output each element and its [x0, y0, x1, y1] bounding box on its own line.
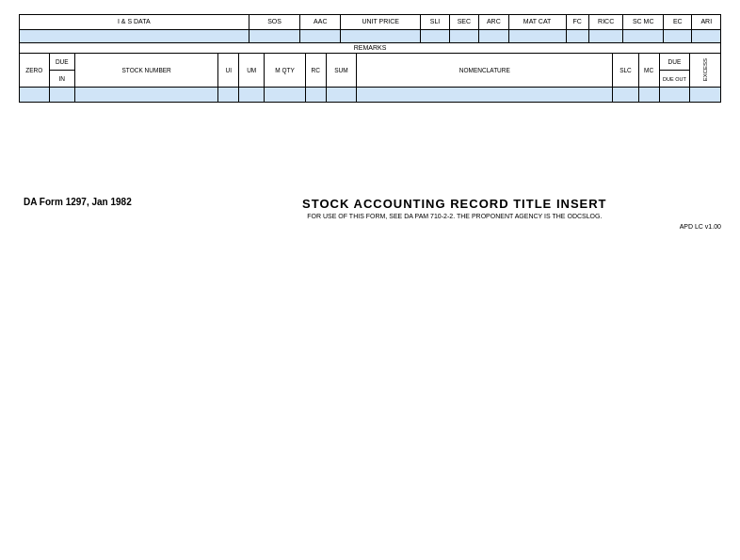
due-header: DUE: [49, 54, 74, 71]
form-title-sub: FOR USE OF THIS FORM, SEE DA PAM 710-2-2…: [188, 213, 721, 219]
sum-cell: [326, 88, 357, 103]
um-header: UM: [239, 54, 265, 88]
zero-cell: [20, 88, 50, 103]
footer-section: DA Form 1297, Jan 1982 STOCK ACCOUNTING …: [19, 197, 721, 230]
form-table: I & S DATA SOS AAC UNIT PRICE SLI SEC AR…: [19, 14, 721, 54]
fc-cell: [566, 30, 588, 43]
stock-table: ZERO DUE STOCK NUMBER UI UM M QTY RC SUM…: [19, 53, 721, 103]
sub-header-row: ZERO DUE STOCK NUMBER UI UM M QTY RC SUM…: [20, 54, 721, 71]
excess-header: EXCESS: [690, 54, 721, 88]
rc-cell: [305, 88, 326, 103]
ricc-header: RICC: [588, 15, 623, 30]
sec-header: SEC: [449, 15, 478, 30]
sc-mc-cell: [623, 30, 664, 43]
ui-cell: [218, 88, 239, 103]
due-out-cell: [659, 88, 690, 103]
unit-price-header: UNIT PRICE: [341, 15, 421, 30]
unit-price-cell: [341, 30, 421, 43]
form-id: DA Form 1297, Jan 1982: [19, 197, 132, 207]
ec-cell: [664, 30, 692, 43]
aac-cell: [300, 30, 341, 43]
stock-number-header: STOCK NUMBER: [74, 54, 217, 88]
in-header: IN: [49, 71, 74, 88]
out-header: DUE OUT: [659, 71, 690, 88]
nomenclature-cell: [357, 88, 613, 103]
aac-header: AAC: [300, 15, 341, 30]
stock-number-cell: [74, 88, 217, 103]
mat-cat-header: MAT CAT: [508, 15, 566, 30]
ricc-cell: [588, 30, 623, 43]
remarks-label: REMARKS: [354, 44, 387, 51]
data-entry-row-1: [20, 30, 721, 43]
mc-header: MC: [638, 54, 659, 88]
slc-cell: [613, 88, 638, 103]
ari-header: ARI: [692, 15, 721, 30]
mc-cell: [638, 88, 659, 103]
nomenclature-header: NOMENCLATURE: [357, 54, 613, 88]
arc-header: ARC: [479, 15, 509, 30]
sli-header: SLI: [421, 15, 449, 30]
um-cell: [239, 88, 265, 103]
form-title-block: STOCK ACCOUNTING RECORD TITLE INSERT FOR…: [132, 197, 721, 230]
slc-header: SLC: [613, 54, 638, 88]
arc-cell: [479, 30, 509, 43]
mat-cat-cell: [508, 30, 566, 43]
sos-header: SOS: [249, 15, 300, 30]
ui-header: UI: [218, 54, 239, 88]
due-in-cell: [49, 88, 74, 103]
form-title-main: STOCK ACCOUNTING RECORD TITLE INSERT: [188, 197, 721, 211]
apd-lc: APD LC v1.00: [188, 223, 721, 230]
page: I & S DATA SOS AAC UNIT PRICE SLI SEC AR…: [0, 0, 740, 560]
sc-mc-header: SC MC: [623, 15, 664, 30]
due-out-header-top: DUE: [659, 54, 690, 71]
is-data-header: I & S DATA: [20, 15, 249, 30]
header-row: I & S DATA SOS AAC UNIT PRICE SLI SEC AR…: [20, 15, 721, 30]
ec-header: EC: [664, 15, 692, 30]
remarks-cell: REMARKS: [20, 43, 721, 54]
fc-header: FC: [566, 15, 588, 30]
sli-cell: [421, 30, 449, 43]
is-data-cell: [20, 30, 249, 43]
zero-header: ZERO: [20, 54, 50, 88]
ari-cell: [692, 30, 721, 43]
mqty-header: M QTY: [265, 54, 306, 88]
sum-header: SUM: [326, 54, 357, 88]
entry-row-1: [20, 88, 721, 103]
remarks-row: REMARKS: [20, 43, 721, 54]
mqty-cell: [265, 88, 306, 103]
sos-cell: [249, 30, 300, 43]
excess-label: EXCESS: [702, 58, 709, 81]
sec-cell: [449, 30, 478, 43]
excess-cell: [690, 88, 721, 103]
rc-header: RC: [305, 54, 326, 88]
